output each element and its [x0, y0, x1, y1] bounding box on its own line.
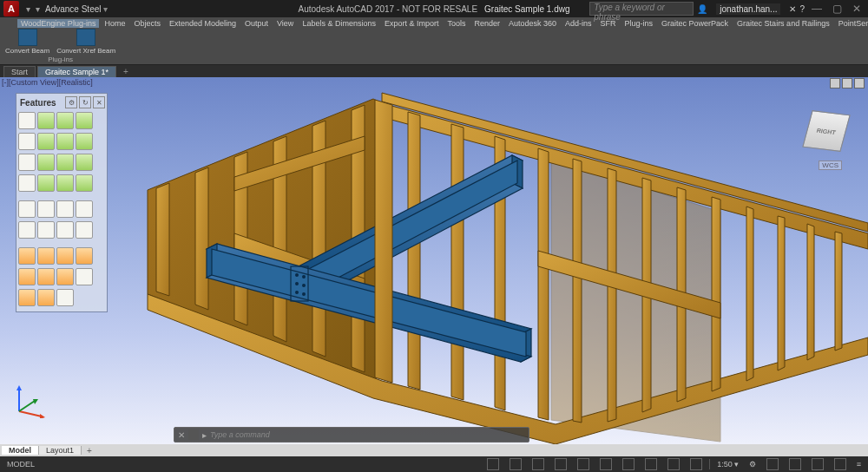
status-transparency-icon[interactable]: [667, 458, 680, 470]
tool-f4[interactable]: [76, 221, 93, 239]
status-gear-icon[interactable]: ⚙: [746, 460, 760, 469]
tool-d1[interactable]: [18, 174, 36, 192]
tool-c1[interactable]: [18, 154, 36, 171]
convert-xref-beam-button[interactable]: Convert Xref Beam: [56, 29, 115, 55]
exchange-icon[interactable]: ✕: [789, 4, 796, 14]
tool-i2[interactable]: [37, 289, 55, 306]
ribbon-tab-extended-modeling[interactable]: Extended Modeling: [166, 19, 240, 28]
close-button[interactable]: ✕: [849, 3, 865, 15]
app-logo[interactable]: A: [3, 1, 19, 16]
cmd-close-icon[interactable]: ✕: [178, 430, 185, 440]
convert-beam-button[interactable]: Convert Beam: [5, 29, 49, 55]
tool-c2[interactable]: [37, 154, 55, 171]
ribbon-tab-export[interactable]: Export & Import: [381, 19, 443, 28]
status-hwaccel-icon[interactable]: [812, 458, 824, 470]
command-line[interactable]: ✕ ▸ Type a command: [174, 427, 529, 442]
ribbon-tab-powerpack[interactable]: Graitec PowerPack: [658, 19, 732, 28]
minimize-button[interactable]: —: [808, 3, 825, 15]
tool-h2[interactable]: [37, 268, 55, 285]
tool-f3[interactable]: [56, 221, 74, 239]
tool-g1[interactable]: [18, 247, 36, 265]
qat-new-icon[interactable]: ▾: [26, 4, 30, 14]
tool-e4[interactable]: [76, 200, 93, 218]
doc-tab-sample[interactable]: Graitec Sample 1*: [37, 66, 116, 77]
qat-save-icon[interactable]: ▾: [36, 4, 40, 14]
status-scale[interactable]: 1:50▾: [713, 460, 742, 469]
ribbon-tab-objects[interactable]: Objects: [130, 19, 164, 28]
tool-h1[interactable]: [18, 268, 36, 285]
tool-h4[interactable]: [76, 268, 93, 285]
tool-f2[interactable]: [37, 221, 55, 239]
features-panel[interactable]: Features ⚙ ↻ ✕: [16, 93, 108, 312]
ribbon-tab-view[interactable]: View: [273, 19, 297, 28]
doc-tab-add-button[interactable]: +: [118, 67, 134, 76]
ribbon-tab-output[interactable]: Output: [241, 19, 272, 28]
quick-access-toolbar[interactable]: ▾ ▾: [26, 4, 40, 14]
layout-tab-model[interactable]: Model: [2, 446, 39, 455]
tool-a3[interactable]: [56, 112, 74, 129]
features-refresh-icon[interactable]: ↻: [79, 96, 91, 108]
tool-i1[interactable]: [18, 289, 36, 306]
status-customize-icon[interactable]: ≡: [853, 460, 865, 469]
tool-g3[interactable]: [56, 247, 74, 265]
tool-d4[interactable]: [76, 174, 93, 192]
status-cleanscreen-icon[interactable]: [834, 458, 846, 470]
ribbon-tab-plugins[interactable]: Plug-ins: [621, 19, 657, 28]
tool-h3[interactable]: [56, 268, 74, 285]
help-icon[interactable]: ?: [799, 4, 805, 14]
ribbon-tab-a360[interactable]: Autodesk 360: [505, 19, 560, 28]
tool-a1[interactable]: [18, 112, 36, 129]
ribbon-tab-stairs[interactable]: Graitec Stairs and Railings: [733, 19, 833, 28]
layout-tab-add-button[interactable]: +: [82, 446, 97, 456]
status-model[interactable]: MODEL: [3, 460, 38, 469]
tool-g2[interactable]: [37, 247, 55, 265]
ribbon-tab-addins[interactable]: Add-ins: [562, 19, 595, 28]
ribbon-tab-render[interactable]: Render: [470, 19, 503, 28]
tool-a4[interactable]: [76, 112, 93, 129]
doc-tab-start[interactable]: Start: [3, 66, 36, 77]
features-settings-icon[interactable]: ⚙: [65, 96, 77, 108]
workspace-label[interactable]: Advance Steel: [45, 4, 102, 14]
features-close-icon[interactable]: ✕: [93, 96, 105, 108]
ucs-icon[interactable]: [12, 384, 47, 418]
status-osnap-icon[interactable]: [577, 458, 589, 470]
ribbon-group-label[interactable]: Plug-ins: [48, 56, 73, 63]
tool-b2[interactable]: [37, 133, 55, 150]
status-snap-icon[interactable]: [510, 458, 522, 470]
ribbon-tab-home[interactable]: Home: [101, 19, 128, 28]
layout-tab-layout1[interactable]: Layout1: [39, 446, 82, 455]
tool-g4[interactable]: [76, 247, 93, 265]
signin-icon[interactable]: 👤: [697, 4, 707, 14]
ribbon-tab-woodengine[interactable]: WoodEngine Plug-ins: [17, 19, 99, 28]
maximize-button[interactable]: ▢: [829, 3, 845, 15]
status-annomon-icon[interactable]: [766, 458, 779, 470]
status-otrack-icon[interactable]: [622, 458, 635, 470]
help-search-input[interactable]: Type a keyword or phrase: [589, 2, 694, 16]
status-3dosnap-icon[interactable]: [600, 458, 612, 470]
ribbon-tab-pointsense[interactable]: PointSense Plant: [835, 19, 868, 28]
tool-c3[interactable]: [56, 154, 74, 171]
status-cycling-icon[interactable]: [690, 458, 702, 470]
tool-e2[interactable]: [37, 200, 55, 218]
user-name[interactable]: jonathan.han...: [716, 3, 780, 15]
tool-b3[interactable]: [56, 133, 74, 150]
workspace-dropdown-icon[interactable]: ▾: [103, 4, 108, 14]
ribbon-tab-labels[interactable]: Labels & Dimensions: [299, 19, 379, 28]
tool-e1[interactable]: [18, 200, 36, 218]
wcs-label[interactable]: WCS: [819, 161, 842, 170]
status-isolate-icon[interactable]: [789, 458, 801, 470]
tool-c4[interactable]: [76, 154, 93, 171]
tool-e3[interactable]: [56, 200, 74, 218]
tool-d3[interactable]: [56, 174, 74, 192]
status-ortho-icon[interactable]: [532, 458, 544, 470]
status-grid-icon[interactable]: [487, 458, 499, 470]
tool-f1[interactable]: [18, 221, 36, 239]
ribbon-tab-tools[interactable]: Tools: [444, 19, 469, 28]
tool-b4[interactable]: [76, 133, 93, 150]
tool-b1[interactable]: [18, 133, 36, 150]
tool-i3[interactable]: [56, 289, 74, 306]
status-lwt-icon[interactable]: [645, 458, 657, 470]
status-polar-icon[interactable]: [555, 458, 567, 470]
tool-d2[interactable]: [37, 174, 55, 192]
tool-a2[interactable]: [37, 112, 55, 129]
